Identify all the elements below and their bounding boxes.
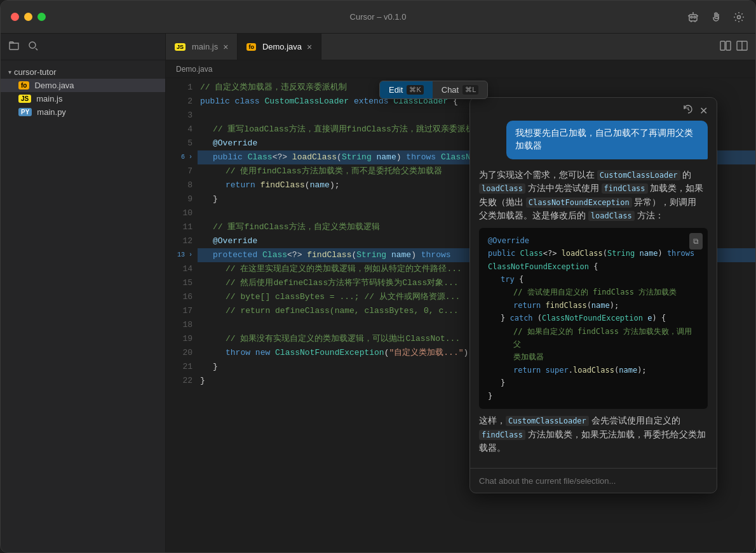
tab-java-badge: fo	[246, 43, 256, 51]
chat-input-area	[470, 468, 717, 493]
gear-icon[interactable]	[732, 11, 745, 23]
edit-shortcut: ⌘K	[407, 85, 423, 95]
split-editor-icon[interactable]	[720, 40, 731, 54]
history-icon[interactable]	[683, 104, 693, 117]
chat-input[interactable]	[479, 476, 708, 486]
chat-shortcut: ⌘L	[462, 85, 478, 95]
svg-point-2	[694, 16, 696, 18]
assistant-message: 为了实现这个需求，您可以在 CustomClassLoader 的 loadCl…	[479, 168, 708, 455]
chevron-icon: ▾	[8, 69, 11, 76]
svg-rect-5	[720, 41, 725, 50]
breadcrumb-text: Demo.java	[176, 65, 212, 74]
close-chat-icon[interactable]: ✕	[699, 105, 708, 117]
code-block: ⧉ @Override public Class<?> loadClass(St…	[479, 228, 708, 409]
chat-label: Chat	[442, 85, 459, 95]
edit-button[interactable]: Edit ⌘K	[380, 81, 433, 98]
sidebar-item-demo-java[interactable]: fo Demo.java	[1, 79, 165, 92]
maximize-button[interactable]	[37, 13, 46, 21]
chat-panel: ✕ 我想要先自己加载，自己加载不了再调用父类加载器 为了实现这个需求，您可以在 …	[469, 97, 717, 493]
sidebar-item-main-js[interactable]: JS main.js	[1, 92, 165, 105]
copy-button[interactable]: ⧉	[689, 233, 703, 250]
tab-demo-java[interactable]: fo Demo.java ×	[238, 34, 321, 60]
tabs-right-actions	[712, 34, 755, 60]
context-menu: Edit ⌘K Chat ⌘L	[379, 81, 488, 99]
tab-close-demo-java[interactable]: ×	[307, 43, 312, 51]
editor-area: JS main.js × fo Demo.java ×	[166, 34, 755, 552]
tab-label-main-js: main.js	[192, 42, 218, 51]
app-window: Cursor – v0.1.0	[0, 0, 756, 553]
user-message: 我想要先自己加载，自己加载不了再调用父类加载器	[506, 121, 708, 159]
svg-point-4	[29, 42, 36, 48]
titlebar: Cursor – v0.1.0	[1, 1, 755, 34]
py-badge: PY	[18, 108, 32, 116]
chat-header: ✕	[470, 98, 717, 121]
titlebar-right	[687, 11, 745, 23]
close-button[interactable]	[11, 13, 19, 21]
java-badge: fo	[18, 81, 29, 90]
tabs-bar: JS main.js × fo Demo.java ×	[166, 34, 755, 60]
collapse-icon[interactable]	[736, 40, 748, 54]
breadcrumb: Demo.java	[166, 60, 755, 78]
search-icon[interactable]	[27, 40, 39, 54]
traffic-lights	[11, 13, 46, 21]
robot-icon[interactable]	[687, 11, 699, 23]
sidebar-item-main-py[interactable]: PY main.py	[1, 105, 165, 119]
svg-rect-6	[726, 41, 731, 50]
window-title: Cursor – v0.1.0	[350, 12, 407, 22]
hand-icon[interactable]	[710, 11, 722, 23]
tab-js-badge: JS	[175, 43, 186, 51]
main-layout: ▾ cursor-tutor fo Demo.java JS main.js P…	[1, 34, 755, 552]
edit-label: Edit	[389, 85, 403, 95]
sidebar-filename-demo-java: Demo.java	[34, 81, 74, 90]
sidebar-filename-main-py: main.py	[37, 107, 66, 117]
sidebar-filename-main-js: main.js	[36, 94, 62, 103]
chat-messages[interactable]: 我想要先自己加载，自己加载不了再调用父类加载器 为了实现这个需求，您可以在 Cu…	[470, 121, 717, 468]
folder-icon[interactable]	[8, 40, 20, 54]
titlebar-left	[11, 13, 46, 21]
js-badge: JS	[18, 95, 31, 103]
tab-close-main-js[interactable]: ×	[223, 43, 228, 51]
svg-point-3	[738, 15, 741, 18]
svg-point-1	[691, 16, 692, 18]
tab-main-js[interactable]: JS main.js ×	[166, 34, 238, 60]
tab-label-demo-java: Demo.java	[262, 42, 302, 51]
minimize-button[interactable]	[24, 13, 32, 21]
line-numbers: 1 2 3 4 5 6 › 7 8 9 10 11 12 13 › 14 15 …	[166, 78, 198, 552]
sidebar: ▾ cursor-tutor fo Demo.java JS main.js P…	[1, 34, 166, 552]
editor-content[interactable]: 1 2 3 4 5 6 › 7 8 9 10 11 12 13 › 14 15 …	[166, 78, 755, 552]
tree-root-cursor-tutor[interactable]: ▾ cursor-tutor	[1, 65, 165, 79]
file-tree: ▾ cursor-tutor fo Demo.java JS main.js P…	[1, 60, 165, 124]
chat-button[interactable]: Chat ⌘L	[433, 81, 488, 98]
sidebar-toolbar	[1, 34, 165, 60]
root-folder-label: cursor-tutor	[14, 67, 56, 77]
